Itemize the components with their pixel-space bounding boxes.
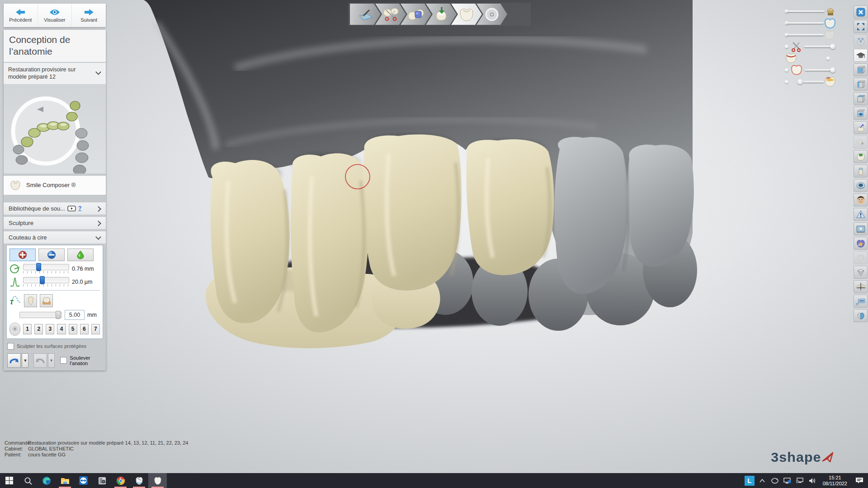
3d-viewport[interactable] (0, 0, 868, 473)
visibility-slider-shaded-model[interactable] (785, 76, 836, 88)
camera-app-button[interactable] (93, 473, 111, 488)
display-tray-icon[interactable] (781, 473, 794, 488)
visibility-slider-restoration-ghost[interactable] (785, 29, 836, 41)
smoothness-slider-handle[interactable] (40, 276, 45, 284)
next-button[interactable]: Suivant (72, 4, 106, 27)
level-button-6[interactable]: 6 (80, 324, 89, 334)
view-cube-front-button[interactable] (854, 63, 868, 76)
wax-knife-section-header[interactable]: Couteau à cire (4, 231, 106, 244)
distance-slider-handle[interactable] (56, 311, 61, 319)
smoothness-value: 20.0 µm (72, 279, 92, 285)
undo-icon (9, 356, 19, 365)
library-section-header[interactable]: Bibliothèque de sou... ? (4, 202, 106, 215)
level-button-5[interactable]: 5 (69, 324, 77, 334)
tray-expand-chevron[interactable] (756, 473, 769, 488)
lift-anatomy-checkbox[interactable] (60, 357, 67, 364)
view-diamond-button[interactable] (854, 266, 868, 279)
system-tray: L 15:21 08/11/2022 (743, 473, 868, 488)
smoothness-slider[interactable] (23, 277, 69, 283)
view-cube-perspective-button[interactable] (854, 107, 868, 120)
windows-icon (5, 477, 13, 484)
view-cube-top-button[interactable] (854, 92, 868, 105)
tooth-select-button[interactable] (854, 136, 868, 149)
redo-button[interactable] (33, 353, 47, 368)
teamviewer-icon (79, 476, 88, 485)
crown-on-gum-mode-button[interactable] (40, 294, 53, 307)
chevron-right-icon (95, 221, 101, 226)
visibility-slider-outline[interactable] (785, 64, 836, 76)
taskbar-clock[interactable]: 15:21 08/11/2022 (819, 475, 851, 487)
dental-app-2-button[interactable] (148, 473, 167, 488)
previous-button[interactable]: Précédent (4, 4, 38, 27)
protect-surfaces-checkbox[interactable] (7, 343, 14, 350)
command-label: Commande: (5, 440, 28, 446)
tooth-ghost-button[interactable] (854, 251, 868, 264)
network-disc-button[interactable] (854, 34, 868, 47)
radius-slider-handle[interactable] (36, 263, 41, 271)
chrome-button[interactable] (111, 473, 130, 488)
distance-slider[interactable] (19, 312, 62, 318)
workflow-step-sketch-plan[interactable] (350, 4, 381, 25)
tutorial-button[interactable] (854, 49, 868, 62)
edge-button[interactable] (37, 473, 56, 488)
warnings-button[interactable] (854, 208, 868, 221)
smile-design-button[interactable] (854, 237, 868, 250)
smile-composer-row[interactable]: Smile Composer ® (4, 176, 106, 195)
cross-section-button[interactable] (854, 295, 868, 308)
dental-app-icon (135, 476, 144, 485)
full-tooth-icon (27, 296, 34, 305)
tooth-measure-button[interactable] (854, 121, 868, 134)
arch-overview[interactable] (4, 84, 106, 174)
sculpture-section-header[interactable]: Sculpture (4, 217, 106, 229)
start-button[interactable] (0, 473, 19, 488)
patient-value: cours facette GG (28, 452, 66, 458)
distance-value-box[interactable]: 5.00 (65, 310, 85, 320)
undo-button[interactable] (7, 353, 21, 368)
dental-app-1-button[interactable] (130, 473, 148, 488)
occlusal-plane-button[interactable] (854, 280, 868, 293)
level-button-7[interactable]: 7 (91, 324, 100, 334)
screenshot-button[interactable] (854, 222, 868, 235)
redo-icon (35, 356, 46, 365)
video-icon[interactable] (67, 206, 76, 211)
visibility-slider-margin-line[interactable] (785, 52, 836, 64)
notification-center-button[interactable] (851, 473, 868, 488)
level-button-4[interactable]: 4 (57, 324, 66, 334)
radius-slider[interactable] (23, 264, 69, 270)
close-button[interactable] (854, 5, 868, 19)
full-tooth-mode-button[interactable] (24, 294, 37, 307)
search-button[interactable] (19, 473, 37, 488)
view-cube-side-button[interactable] (854, 78, 868, 91)
tooth-compare-button[interactable] (854, 309, 868, 322)
file-explorer-button[interactable] (56, 473, 74, 488)
smooth-wax-button[interactable] (67, 249, 94, 261)
fullscreen-button[interactable] (854, 20, 868, 33)
teamviewer-button[interactable] (74, 473, 93, 488)
visibility-slider-restoration-highlight[interactable] (785, 17, 836, 29)
tooth-slice-button[interactable] (854, 164, 868, 178)
onedrive-tray-icon[interactable] (769, 473, 781, 488)
level-button-3[interactable]: 3 (46, 324, 54, 334)
redo-dropdown-button[interactable]: ▼ (48, 353, 55, 368)
visibility-slider-cut-margin[interactable] (785, 41, 836, 52)
restoration-step-selector[interactable]: Restauration provisoire sur modèle prépa… (4, 63, 106, 84)
level-button-2[interactable]: 2 (34, 324, 43, 334)
view-button[interactable]: Visualiser (38, 4, 72, 27)
brand-logo: 3shape (772, 450, 836, 465)
visibility-slider-die[interactable] (785, 5, 836, 17)
tooth-gauge-button[interactable] (854, 179, 868, 192)
patient-photo-button[interactable] (854, 193, 868, 206)
network-tray-icon[interactable] (794, 473, 807, 488)
volume-tray-icon[interactable] (807, 473, 819, 488)
level-button-1[interactable]: 1 (23, 324, 32, 334)
language-tool-tray-icon[interactable]: L (743, 473, 756, 488)
wax-disc-button[interactable] (9, 323, 20, 336)
help-link[interactable]: ? (78, 205, 81, 211)
tooth-gauge-icon (856, 181, 865, 190)
tooth-clamp-button[interactable] (854, 150, 868, 163)
radius-slider-ticks (23, 271, 69, 273)
add-wax-button[interactable] (9, 249, 36, 261)
remove-wax-button[interactable] (38, 249, 65, 261)
monitor-globe-icon (783, 478, 791, 484)
undo-dropdown-button[interactable]: ▼ (22, 353, 28, 368)
